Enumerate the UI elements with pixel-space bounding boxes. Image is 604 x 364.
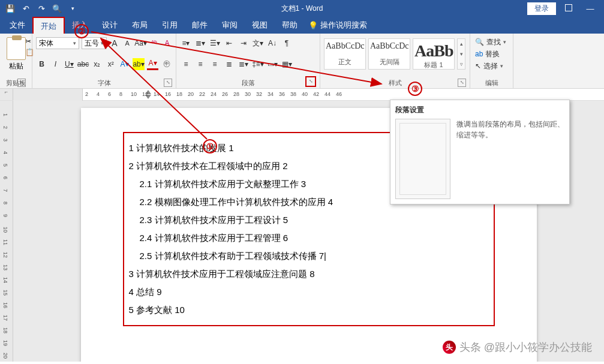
- group-paragraph: ≡▾ ≣▾ ☰▾ ⇤ ⇥ 文▾ A↓ ¶ ≡ ≡ ≡ ≣ ≣▾ ‡≡▾ ▭▾ ▦…: [176, 34, 320, 88]
- ruler-vertical[interactable]: 1234567891011121314151617181920: [0, 101, 13, 362]
- borders-icon[interactable]: ▦▾: [281, 58, 293, 70]
- font-size-combo[interactable]: 五号▾: [82, 37, 107, 49]
- tab-layout[interactable]: 布局: [125, 17, 155, 34]
- tab-design[interactable]: 设计: [95, 17, 125, 34]
- pointer-icon: ↖: [475, 62, 481, 70]
- select-button[interactable]: ↖选择▾: [474, 60, 509, 72]
- ruler-corner[interactable]: ⌐: [0, 89, 13, 100]
- underline-button[interactable]: U▾: [64, 58, 75, 70]
- tab-file[interactable]: 文件: [2, 17, 32, 34]
- font-launcher[interactable]: ⤡: [164, 79, 172, 87]
- cut-icon[interactable]: ✂: [25, 37, 35, 47]
- change-case-icon[interactable]: Aa▾: [135, 37, 147, 49]
- distribute-icon[interactable]: ≣▾: [238, 58, 250, 70]
- text-effects-icon[interactable]: A▾: [119, 58, 130, 70]
- document-title: 文档1 - Word: [281, 4, 323, 14]
- group-editing: 🔍查找▾ ab替换 ↖选择▾ 编辑: [470, 34, 513, 88]
- tab-help[interactable]: 帮助: [275, 17, 305, 34]
- tab-review[interactable]: 审阅: [215, 17, 245, 34]
- tab-references[interactable]: 引用: [155, 17, 185, 34]
- show-marks-icon[interactable]: ¶: [281, 37, 293, 49]
- tab-home[interactable]: 开始: [32, 17, 65, 34]
- highlight-icon[interactable]: ab▾: [133, 58, 145, 70]
- tab-view[interactable]: 视图: [245, 17, 275, 34]
- justify-icon[interactable]: ≣: [223, 58, 235, 70]
- bullets-icon[interactable]: ≡▾: [180, 37, 192, 49]
- decrease-indent-icon[interactable]: ⇤: [223, 37, 235, 49]
- qat-dropdown-icon[interactable]: ▾: [68, 4, 77, 13]
- phonetic-guide-icon[interactable]: ᴬᵇ: [149, 37, 160, 49]
- multilevel-icon[interactable]: ☰▾: [209, 37, 221, 49]
- asian-layout-icon[interactable]: 文▾: [252, 37, 264, 49]
- toc-line[interactable]: 3 计算机软件技术应用于工程领域应注意问题 8: [129, 265, 489, 283]
- replace-icon: ab: [475, 50, 483, 58]
- increase-indent-icon[interactable]: ⇥: [238, 37, 250, 49]
- clipboard-launcher[interactable]: ⤡: [17, 79, 26, 87]
- tooltip-preview-image: [395, 119, 450, 199]
- style-heading1[interactable]: AaBb标题 1: [413, 38, 455, 70]
- watermark-logo-icon: 头: [443, 341, 456, 354]
- italic-button[interactable]: I: [50, 58, 61, 70]
- preview-icon[interactable]: 🔍: [53, 4, 61, 13]
- align-right-icon[interactable]: ≡: [209, 58, 221, 70]
- title-bar: 💾 ↶ ↷ 🔍 ▾ 文档1 - Word 登录 —: [0, 0, 604, 17]
- group-clipboard: ✂ 📋 粘贴 剪贴板⤡: [0, 34, 32, 88]
- paragraph-launcher[interactable]: ⤡: [305, 76, 316, 87]
- paste-button[interactable]: 粘贴: [9, 61, 23, 71]
- styles-more-icon[interactable]: ▴▾▿: [457, 38, 465, 70]
- tooltip-title: 段落设置: [395, 105, 564, 115]
- ribbon-body: ✂ 📋 粘贴 剪贴板⤡ 宋体▾ 五号▾ A A Aa▾ ᴬᵇ A B I U▾ …: [0, 34, 604, 89]
- watermark: 头 头条 @跟小小筱学办公技能: [443, 340, 592, 354]
- line-spacing-icon[interactable]: ‡≡▾: [252, 58, 264, 70]
- ribbon-options-icon[interactable]: [560, 4, 578, 13]
- save-icon[interactable]: 💾: [6, 4, 14, 13]
- style-no-spacing[interactable]: AaBbCcDc无间隔: [368, 38, 410, 70]
- font-color-icon[interactable]: A▾: [147, 58, 158, 70]
- numbering-icon[interactable]: ≣▾: [194, 37, 206, 49]
- redo-icon[interactable]: ↷: [37, 4, 46, 13]
- ribbon-tabs: 文件 开始 插入 设计 布局 引用 邮件 审阅 视图 帮助 💡操作说明搜索: [0, 17, 604, 34]
- toc-line[interactable]: 5 参考文献 10: [129, 301, 489, 319]
- tell-me[interactable]: 💡操作说明搜索: [308, 20, 367, 31]
- bulb-icon: 💡: [308, 21, 318, 30]
- subscript-button[interactable]: x₂: [91, 58, 103, 70]
- minimize-button[interactable]: —: [581, 4, 599, 13]
- bold-button[interactable]: B: [36, 58, 47, 70]
- clear-format-icon[interactable]: A: [162, 37, 172, 49]
- undo-icon[interactable]: ↶: [22, 4, 30, 13]
- quick-access-toolbar: 💾 ↶ ↷ 🔍 ▾: [0, 4, 83, 13]
- shrink-font-icon[interactable]: A: [122, 37, 133, 49]
- toc-line[interactable]: 2.3 计算机软件技术应用于工程设计 5: [129, 211, 489, 229]
- group-styles: AaBbCcDc正文 AaBbCcDc无间隔 AaBb标题 1 ▴▾▿ 样式⤡: [320, 34, 470, 88]
- toc-line[interactable]: 2.5 计算机软件技术有助于工程领域技术传播 7: [129, 247, 489, 265]
- replace-button[interactable]: ab替换: [474, 48, 509, 60]
- style-normal[interactable]: AaBbCcDc正文: [324, 38, 366, 70]
- strike-button[interactable]: abc: [77, 58, 89, 70]
- shading-icon[interactable]: ▭▾: [266, 58, 278, 70]
- align-left-icon[interactable]: ≡: [180, 58, 192, 70]
- group-font: 宋体▾ 五号▾ A A Aa▾ ᴬᵇ A B I U▾ abc x₂ x² A▾…: [32, 34, 176, 88]
- paragraph-settings-tooltip: 段落设置 微调当前段落的布局，包括间距、缩进等等。: [390, 100, 570, 204]
- search-icon: 🔍: [475, 38, 484, 46]
- toc-line[interactable]: 4 总结 9: [129, 283, 489, 301]
- enclose-char-icon[interactable]: ㊥: [161, 58, 172, 70]
- align-center-icon[interactable]: ≡: [194, 58, 206, 70]
- login-button[interactable]: 登录: [527, 2, 556, 15]
- copy-icon[interactable]: 📋: [25, 48, 35, 58]
- styles-launcher[interactable]: ⤡: [458, 79, 466, 87]
- tooltip-description: 微调当前段落的布局，包括间距、缩进等等。: [456, 119, 564, 199]
- superscript-button[interactable]: x²: [105, 58, 116, 70]
- paste-icon[interactable]: [7, 37, 26, 60]
- find-button[interactable]: 🔍查找▾: [474, 36, 509, 48]
- grow-font-icon[interactable]: A: [109, 37, 119, 49]
- sort-icon[interactable]: A↓: [266, 37, 278, 49]
- tab-mailings[interactable]: 邮件: [185, 17, 215, 34]
- toc-line[interactable]: 2.4 计算机软件技术应用于工程管理 6: [129, 229, 489, 247]
- annotation-step1: ①: [203, 139, 217, 154]
- font-family-combo[interactable]: 宋体▾: [36, 37, 79, 49]
- ruler-horizontal[interactable]: ⌐ 24681012141618202224262830323436384042…: [0, 89, 604, 101]
- annotation-step2: ②: [74, 24, 89, 38]
- annotation-step3: ③: [408, 82, 422, 96]
